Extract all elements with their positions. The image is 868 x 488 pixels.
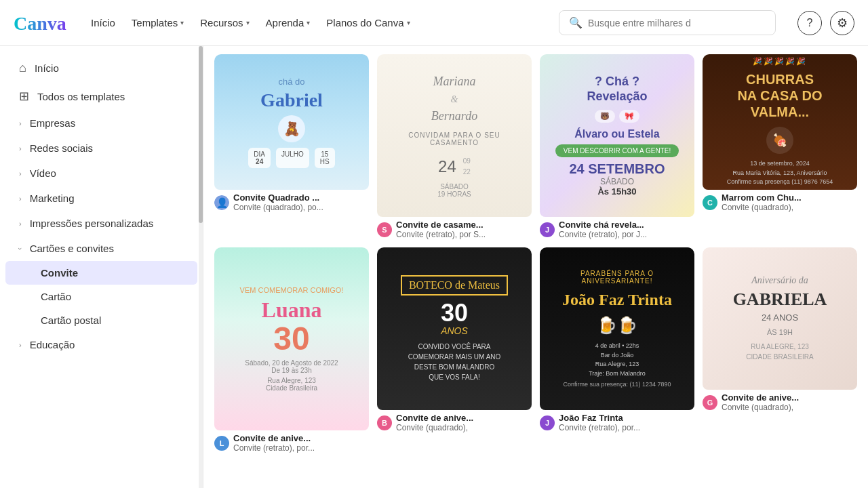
nav-templates[interactable]: Templates ▾: [125, 13, 191, 33]
card-sub-joao: Convite (retrato), por...: [559, 423, 640, 432]
sidebar-item-video[interactable]: › Vídeo: [5, 161, 197, 186]
card-sub-revelacao: Convite (retrato), por J...: [559, 230, 647, 239]
chevron-redes-icon: ›: [19, 144, 22, 152]
sidebar-sub-item-convite[interactable]: Convite: [5, 261, 197, 285]
chevron-educacao-icon: ›: [19, 341, 22, 349]
card-title-joao: João Faz Trinta: [559, 413, 640, 423]
card-meta-gabriela: G Convite de anive... Convite (quadrado)…: [703, 392, 857, 412]
card-avatar-joao: J: [540, 415, 555, 430]
template-card-churrasco[interactable]: 🎉🎉🎉🎉🎉 CHURRASNA CASA DO VALMA... 🍖 13 de…: [703, 54, 857, 239]
card-avatar-casamento: S: [377, 222, 392, 237]
header: Canva Início Templates ▾ Recursos ▾ Apre…: [0, 0, 868, 46]
sidebar-item-empresas[interactable]: › Empresas: [5, 110, 197, 136]
card-avatar-churrasco: C: [703, 195, 717, 210]
settings-icon: ⚙: [837, 16, 848, 30]
chevron-impressoes-icon: ›: [19, 220, 22, 228]
template-card-gabriela[interactable]: Aniversário da GABRIELA 24 ANOS ÀS 19H R…: [703, 247, 857, 453]
card-meta-churrasco: C Marrom com Chu... Convite (quadrado),: [703, 192, 857, 212]
svg-text:Canva: Canva: [14, 13, 66, 34]
template-grid: chá do Gabriel 🧸 DIA24 JULHO 15HS: [214, 54, 857, 453]
search-bar: 🔍: [559, 10, 776, 35]
nav-templates-chevron: ▾: [180, 19, 184, 26]
sidebar: ⌂ Início ⊞ Todos os templates › Empresas…: [0, 46, 203, 488]
card-title-boteco: Convite de anive...: [396, 413, 473, 423]
card-avatar-boteco: B: [377, 415, 392, 430]
card-sub-casamento: Convite (retrato), por S...: [396, 230, 486, 239]
card-avatar-revelacao: J: [540, 222, 555, 237]
card-title-gabriel: Convite Quadrado ...: [233, 192, 323, 203]
nav-inicio[interactable]: Início: [84, 13, 122, 33]
scrollbar-thumb: [199, 46, 203, 223]
grid-icon: ⊞: [19, 89, 29, 104]
sidebar-item-cartoes-convites[interactable]: › Cartões e convites: [5, 236, 197, 261]
settings-button[interactable]: ⚙: [830, 11, 854, 35]
card-meta-revelacao: J Convite chá revela... Convite (retrato…: [540, 220, 694, 239]
card-sub-gabriel: Convite (quadrado), po...: [233, 203, 323, 212]
card-meta-gabriel: 👤 Convite Quadrado ... Convite (quadrado…: [214, 192, 369, 212]
chevron-cartoes-icon: ›: [16, 247, 24, 250]
chevron-video-icon: ›: [19, 169, 22, 178]
search-input[interactable]: [588, 18, 766, 28]
card-meta-casamento: S Convite de casame... Convite (retrato)…: [377, 220, 532, 239]
chevron-empresas-icon: ›: [19, 119, 22, 127]
card-sub-gabriela: Convite (quadrado),: [722, 403, 799, 412]
template-card-casamento[interactable]: Mariana&Bernardo CONVIDAM PARA O SEU CAS…: [377, 54, 532, 239]
nav-aprenda-chevron: ▾: [307, 19, 310, 26]
template-grid-container: chá do Gabriel 🧸 DIA24 JULHO 15HS: [203, 46, 868, 488]
card-sub-churrasco: Convite (quadrado),: [722, 203, 802, 212]
chevron-marketing-icon: ›: [19, 195, 22, 203]
card-meta-boteco: B Convite de anive... Convite (quadrado)…: [377, 413, 532, 432]
sidebar-item-redes-sociais[interactable]: › Redes sociais: [5, 136, 197, 161]
card-title-luana: Convite de anive...: [233, 433, 315, 443]
template-card-boteco[interactable]: BOTECO de Mateus 30 ANOS CONVIDO VOCÊ PA…: [377, 247, 532, 453]
card-title-revelacao: Convite chá revela...: [559, 220, 647, 230]
card-avatar-luana: L: [214, 436, 229, 451]
template-card-revelacao[interactable]: ? Chá ?Revelação 🐻 🎀 Álvaro ou Estela VE…: [540, 54, 694, 239]
card-meta-luana: L Convite de anive... Convite (retrato),…: [214, 433, 369, 453]
card-avatar-gabriel: 👤: [214, 195, 229, 210]
card-title-casamento: Convite de casame...: [396, 220, 486, 230]
sidebar-sub-item-cartao[interactable]: Cartão: [5, 285, 197, 308]
card-title-gabriela: Convite de anive...: [722, 392, 799, 403]
search-icon: 🔍: [569, 16, 583, 29]
nav-recursos-chevron: ▾: [246, 19, 250, 26]
sidebar-item-educacao[interactable]: › Educação: [5, 332, 197, 357]
nav-aprenda[interactable]: Aprenda ▾: [259, 13, 317, 33]
sidebar-item-inicio[interactable]: ⌂ Início: [5, 54, 197, 82]
help-button[interactable]: ?: [797, 11, 822, 35]
nav-planos-chevron: ▾: [407, 19, 410, 26]
template-card-gabriel[interactable]: chá do Gabriel 🧸 DIA24 JULHO 15HS: [214, 54, 369, 239]
home-icon: ⌂: [19, 61, 26, 75]
card-meta-joao: J João Faz Trinta Convite (retrato), por…: [540, 413, 694, 432]
main-content: chá do Gabriel 🧸 DIA24 JULHO 15HS: [203, 46, 868, 488]
template-card-luana[interactable]: VEM COMEMORAR COMIGO! Luana 30 Sábado, 2…: [214, 247, 369, 453]
main-layout: ⌂ Início ⊞ Todos os templates › Empresas…: [0, 46, 868, 488]
template-card-joao[interactable]: PARABÉNS PARA O ANIVERSARIANTE! João Faz…: [540, 247, 694, 453]
card-sub-luana: Convite (retrato), por...: [233, 443, 315, 453]
main-nav: Início Templates ▾ Recursos ▾ Aprenda ▾ …: [84, 13, 417, 33]
sidebar-item-impressoes[interactable]: › Impressões personalizadas: [5, 211, 197, 236]
scrollbar[interactable]: [199, 46, 203, 488]
card-avatar-gabriela: G: [703, 395, 717, 410]
sidebar-item-todos-templates[interactable]: ⊞ Todos os templates: [5, 82, 197, 110]
sidebar-item-marketing[interactable]: › Marketing: [5, 186, 197, 211]
card-sub-boteco: Convite (quadrado),: [396, 423, 473, 432]
nav-recursos[interactable]: Recursos ▾: [193, 13, 256, 33]
header-icons: ? ⚙: [797, 11, 854, 35]
card-title-churrasco: Marrom com Chu...: [722, 192, 802, 203]
canva-logo[interactable]: Canva: [14, 12, 68, 34]
nav-planos[interactable]: Planos do Canva ▾: [319, 13, 416, 33]
sidebar-sub-item-cartao-postal[interactable]: Cartão postal: [5, 308, 197, 332]
